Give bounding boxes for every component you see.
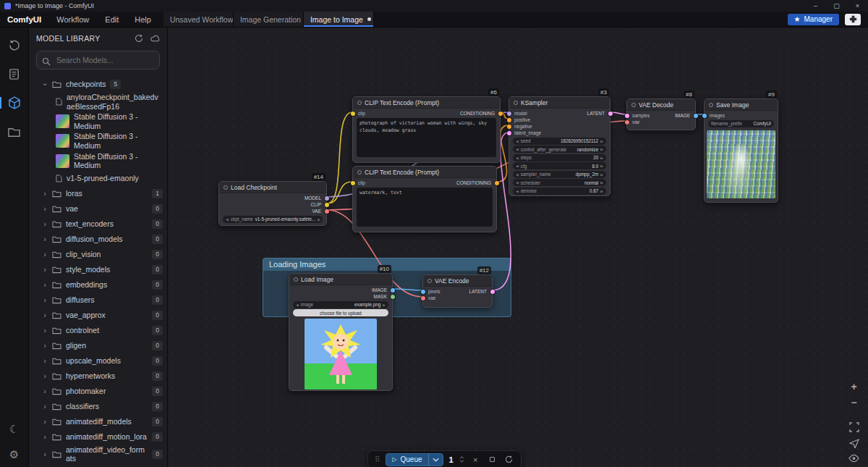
node-clip-text-encode-positive[interactable]: #6 CLIP Text Encode (Prompt) clip CONDIT… [352, 96, 501, 163]
input-port[interactable]: images [705, 112, 778, 119]
collapse-dot-icon[interactable] [224, 185, 228, 190]
image-select-widget[interactable]: ◀ image example.png ▶ [293, 301, 388, 308]
input-port[interactable]: vae [627, 119, 695, 125]
menu-workflow[interactable]: Workflow [48, 12, 97, 27]
chevron-right-icon[interactable]: › [42, 450, 48, 458]
chevron-right-icon[interactable]: › [42, 357, 48, 365]
settings-gear-icon[interactable]: ⚙ [9, 449, 19, 460]
clip-port-icon[interactable] [325, 203, 329, 207]
model-library-icon[interactable] [7, 96, 22, 110]
tree-folder[interactable]: › hypernetworks 0 [29, 369, 167, 384]
filename-prefix-widget[interactable]: filename_prefix ComfyUI [708, 120, 774, 127]
latent-port-icon[interactable] [490, 290, 495, 294]
tree-folder[interactable]: › text_encoders 0 [29, 216, 167, 232]
node-vae-encode[interactable]: #12 VAE Encode pixels LATENT vae [422, 274, 493, 308]
prompt-textarea[interactable]: photograph of victorian woman with wings… [357, 118, 496, 157]
vae-port-icon[interactable] [421, 296, 425, 300]
widget-right-arrow-icon[interactable]: ▶ [600, 164, 603, 168]
widget-left-arrow-icon[interactable]: ◀ [516, 189, 519, 193]
stop-button[interactable] [487, 457, 498, 462]
output-port[interactable]: VAE [219, 208, 326, 214]
chevron-right-icon[interactable]: › [42, 311, 48, 319]
zoom-out-button[interactable]: − [851, 397, 856, 408]
widget-right-arrow-icon[interactable]: ▶ [600, 139, 603, 143]
toggle-visibility-eye-button[interactable] [848, 454, 859, 463]
widget-right-arrow-icon[interactable]: ▶ [600, 147, 603, 151]
chevron-right-icon[interactable]: › [42, 387, 48, 395]
node-widget[interactable]: ◀ cfg 8.0 ▶ [513, 162, 606, 169]
widget-right-arrow-icon[interactable]: ▶ [318, 217, 320, 222]
node-load-image[interactable]: #10 Load Image IMAGE MASK ◀ image exampl… [289, 273, 393, 391]
tree-folder[interactable]: › animatediff_video_formats 0 [29, 445, 167, 464]
batch-count-input[interactable]: 1 [449, 455, 454, 464]
widget-left-arrow-icon[interactable]: ◀ [296, 303, 299, 307]
tree-folder[interactable]: › diffusion_models 0 [29, 232, 167, 247]
tree-folder[interactable]: › photomaker 0 [29, 384, 167, 399]
zoom-in-button[interactable]: + [851, 382, 856, 392]
chevron-right-icon[interactable]: › [42, 190, 48, 198]
node-ksampler[interactable]: #3 KSampler model LATENT positive negati… [509, 96, 610, 196]
tree-folder[interactable]: › vae 0 [29, 201, 167, 216]
chevron-right-icon[interactable]: › [42, 220, 48, 228]
node-header[interactable]: CLIP Text Encode (Prompt) [353, 167, 496, 178]
model-item[interactable]: anyloraCheckpoint_bakedvaeBlessedFp16 [29, 92, 167, 112]
node-widget[interactable]: ◀ seed 182826950152112 ▶ [513, 138, 606, 145]
search-input[interactable] [36, 51, 160, 70]
image-port-icon[interactable] [391, 288, 395, 293]
widget-left-arrow-icon[interactable]: ◀ [226, 217, 229, 222]
tree-folder[interactable]: › gligen 0 [29, 338, 167, 353]
node-widget[interactable]: ◀ scheduler normal ▶ [513, 179, 606, 186]
chevron-right-icon[interactable]: › [42, 327, 48, 335]
model-item[interactable]: Stable Diffusion 3 - Medium [29, 112, 167, 131]
input-port[interactable]: positive [509, 117, 610, 123]
output-port[interactable]: MASK [289, 293, 392, 300]
select-mode-button[interactable] [849, 438, 859, 448]
queue-button[interactable]: ▷ Queue [386, 453, 443, 466]
widget-left-arrow-icon[interactable]: ◀ [516, 172, 519, 177]
tree-folder[interactable]: › animatediff_models 0 [29, 414, 167, 429]
image-port-icon[interactable] [694, 114, 698, 118]
theme-toggle-moon-icon[interactable]: ☾ [9, 424, 19, 434]
close-button[interactable]: × [847, 0, 868, 12]
chevron-right-icon[interactable]: › [42, 205, 48, 213]
model-item[interactable]: Stable Diffusion 3 - Medium [29, 131, 167, 151]
widget-left-arrow-icon[interactable]: ◀ [516, 180, 519, 185]
node-canvas[interactable]: Loading Images #14 Load Checkpoint MODEL… [168, 28, 868, 467]
tree-folder[interactable]: › diffusers 0 [29, 293, 167, 308]
tree-folder[interactable]: › loras 1 [29, 186, 167, 201]
node-header[interactable]: VAE Encode [423, 275, 492, 287]
conditioning-port-icon[interactable] [495, 181, 499, 185]
input-port[interactable]: vae [423, 295, 492, 301]
prompt-textarea[interactable]: watermark, text [357, 188, 493, 227]
chevron-right-icon[interactable]: › [42, 251, 48, 258]
node-header[interactable]: Load Checkpoint [219, 182, 326, 193]
output-port[interactable]: IMAGE [289, 287, 392, 293]
tree-folder[interactable]: › upscale_models 0 [29, 353, 167, 369]
conditioning-port-icon[interactable] [507, 125, 511, 129]
chevron-right-icon[interactable]: › [42, 296, 48, 304]
latent-port-icon[interactable] [507, 131, 511, 135]
node-header[interactable]: Load Image [289, 274, 392, 285]
workflows-history-icon[interactable] [7, 38, 22, 52]
model-port-icon[interactable] [325, 196, 329, 201]
model-port-icon[interactable] [507, 112, 511, 116]
menu-help[interactable]: Help [127, 12, 159, 27]
widget-left-arrow-icon[interactable]: ◀ [516, 139, 519, 143]
tab-image-to-image[interactable]: Image to Image [304, 12, 374, 27]
cloud-sync-icon[interactable] [150, 34, 160, 43]
input-port[interactable]: latent_image [509, 130, 610, 136]
node-widget[interactable]: ◀ steps 20 ▶ [513, 154, 606, 161]
widget-left-arrow-icon[interactable]: ◀ [516, 164, 519, 168]
chevron-right-icon[interactable]: › [42, 433, 48, 441]
node-header[interactable]: CLIP Text Encode (Prompt) [353, 97, 500, 109]
collapse-dot-icon[interactable] [514, 101, 518, 105]
tree-folder[interactable]: › clip_vision 0 [29, 247, 167, 262]
node-widget[interactable]: ◀ sampler_name dpmpp_2m ▶ [513, 171, 606, 178]
image-port-icon[interactable] [702, 114, 707, 118]
workflows-browse-icon[interactable] [7, 125, 22, 139]
collapse-dot-icon[interactable] [357, 101, 362, 105]
node-clip-text-encode-negative[interactable]: CLIP Text Encode (Prompt) clip CONDITION… [352, 166, 497, 232]
node-header[interactable]: Save Image [705, 99, 778, 111]
extensions-button[interactable] [845, 14, 861, 25]
collapse-dot-icon[interactable] [294, 277, 298, 282]
